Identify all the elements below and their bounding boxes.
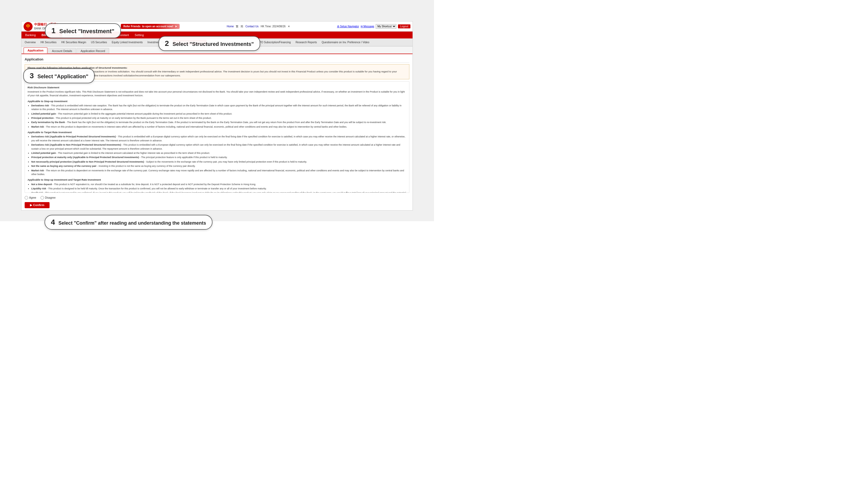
combined-title: Applicable to Step-up Investment and Tar… <box>28 178 406 182</box>
navbar-banking[interactable]: Banking <box>23 33 38 37</box>
subnav-hk-securities[interactable]: HK Securities <box>38 40 59 45</box>
agree-row: Agree Disagree <box>25 195 409 201</box>
arrow-icon: ➤ <box>175 25 177 28</box>
section-title: Application <box>25 56 409 63</box>
list-item: Not a time deposit - This product is NOT… <box>31 182 406 186</box>
close-icon[interactable]: ✕ <box>288 25 290 28</box>
step-number-2: 2 <box>165 39 169 48</box>
lang-trad[interactable]: 繁 <box>236 25 239 28</box>
agree-text: Agree <box>29 196 36 199</box>
callout-text-3: Select "Application" <box>37 74 88 79</box>
list-item: Derivatives risk - This product is embed… <box>31 104 406 111</box>
step-up-title: Applicable to Step-up Investment <box>28 99 406 103</box>
callout-step-1: 1 Select "Investment" <box>45 23 121 38</box>
list-item: Principal protection at maturity only (A… <box>31 155 406 159</box>
home-link[interactable]: Home <box>227 25 234 28</box>
combined-list: Not a time deposit - This product is NOT… <box>28 182 406 193</box>
confirm-arrow-icon: ▶ <box>30 203 32 207</box>
list-item: Derivatives risk (Applicable to Principa… <box>31 135 406 142</box>
risk-disclosure-intro: Investment in the Product involves signi… <box>28 90 406 97</box>
subnav-overview[interactable]: Overview <box>23 40 38 45</box>
confirm-area: ▶ Confirm <box>25 202 409 208</box>
callout-text-2: Select "Structured Investments" <box>173 41 254 47</box>
list-item: Market risk - The return on this product… <box>31 169 406 176</box>
risk-disclosure-section[interactable]: Risk Disclosure Statement Investment in … <box>25 81 409 193</box>
subnav-ipo[interactable]: IPO Subscription/Financing <box>256 40 293 45</box>
step-up-list: Derivatives risk - This product is embed… <box>28 104 406 128</box>
list-item: Market risk - The return on this product… <box>31 125 406 128</box>
list-item: Early termination by the Bank - The Bank… <box>31 120 406 124</box>
header-right: Home 繁 简 Contact Us HK Time: 2024/08/26 … <box>227 25 290 28</box>
list-item: Derivatives risk (Applicable to Non Prin… <box>31 143 406 151</box>
disagree-text: Disagree <box>45 196 56 199</box>
refer-friends-sub: to open an account now! <box>142 25 173 28</box>
setup-navigator-link[interactable]: ⚙ Setup Navigator <box>337 25 359 28</box>
step-number-3: 3 <box>30 71 34 80</box>
callout-step-3: 3 Select "Application" <box>23 68 95 83</box>
callout-step-4: 4 Select "Confirm" after reading and und… <box>44 215 213 230</box>
target-rate-list: Derivatives risk (Applicable to Principa… <box>28 135 406 176</box>
navbar-setting[interactable]: Setting <box>132 33 146 37</box>
shortcut-select[interactable]: My Shortcut <box>376 24 396 29</box>
list-item: Liquidity risk - This product is designe… <box>31 187 406 191</box>
confirm-button[interactable]: ▶ Confirm <box>25 202 50 208</box>
list-item: Principal protection - This product is p… <box>31 116 406 120</box>
subnav-us-securities[interactable]: US Securities <box>89 40 109 45</box>
lang-simp[interactable]: 简 <box>241 25 243 28</box>
message-link[interactable]: ✉ Message <box>361 25 374 28</box>
step-number-4: 4 <box>51 218 55 226</box>
list-item: Not necessarily principal protection (Ap… <box>31 160 406 164</box>
logo-text: 中 <box>26 24 30 29</box>
callout-step-2: 2 Select "Structured Investments" <box>158 36 260 51</box>
step-number-1: 1 <box>52 27 56 35</box>
disagree-radio[interactable] <box>40 196 44 199</box>
risk-disclosure-title: Risk Disclosure Statement <box>28 85 406 89</box>
refer-friends-banner[interactable]: Refer Friends to open an account now! ➤ <box>121 24 180 29</box>
bank-logo: 中 <box>24 22 33 31</box>
hk-time: HK Time: 2024/08/26 <box>261 25 286 28</box>
callout-text-4: Select "Confirm" after reading and under… <box>59 221 206 226</box>
list-item: Credit risk - This product is not secure… <box>31 191 406 193</box>
list-item: Limited potential gain - The maximum pot… <box>31 112 406 116</box>
callout-text-1: Select "Investment" <box>59 28 115 34</box>
subnav-questionnaire[interactable]: Questionnaire on Inv. Preference / Video <box>319 40 371 45</box>
tab-application-record[interactable]: Application Record <box>76 48 109 54</box>
subnav-hk-securities-margin[interactable]: HK Securities Margin <box>59 40 88 45</box>
refer-friends-title: Refer Friends <box>123 25 141 28</box>
subnav-research[interactable]: Research Reports <box>293 40 319 45</box>
logout-button[interactable]: Logout <box>398 24 410 28</box>
agree-label[interactable]: Agree <box>25 196 36 199</box>
target-rate-title: Applicable to Target Rate Investment <box>28 130 406 134</box>
agree-radio[interactable] <box>25 196 28 199</box>
disagree-label[interactable]: Disagree <box>40 196 56 199</box>
confirm-label: Confirm <box>33 203 44 207</box>
subnav-equity-linked[interactable]: Equity Linked Investments <box>110 40 145 45</box>
tab-account-details[interactable]: Account Details <box>48 48 76 54</box>
header-tools: ⚙ Setup Navigator ✉ Message My Shortcut … <box>337 24 410 29</box>
list-item: Limited potential gain - The maximum pot… <box>31 151 406 155</box>
contact-us-link[interactable]: Contact Us <box>245 25 258 28</box>
list-item: Not the same as buying any currency of t… <box>31 164 406 168</box>
tab-application[interactable]: Application <box>24 48 48 54</box>
